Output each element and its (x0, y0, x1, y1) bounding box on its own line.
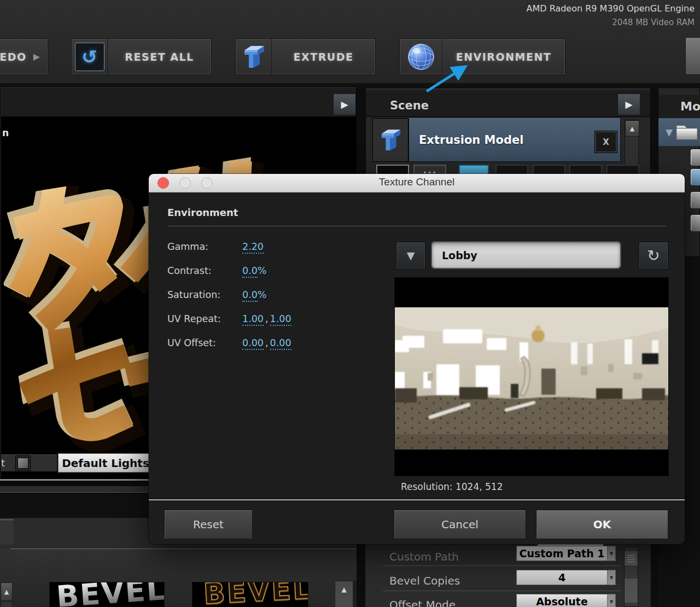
app-window: AMD Radeon R9 M390 OpenGL Engine 2048 MB… (0, 0, 700, 607)
materials-corner-box (0, 520, 14, 545)
lobby-panorama-image (395, 307, 668, 450)
environment-label: ENVIRONMENT (442, 51, 565, 63)
model-list-icon[interactable] (691, 215, 700, 231)
resolution-text: Resolution: 1024, 512 (401, 481, 503, 492)
default-lights-button[interactable]: Default Lights (58, 453, 153, 472)
extrude-t-icon (380, 127, 401, 153)
property-label: Custom Path (389, 550, 459, 563)
properties-scroll-grip[interactable] (625, 551, 638, 565)
vram-status-text: 2048 MB Video RAM (612, 17, 695, 27)
globe-icon (406, 42, 436, 72)
lights-checkbox[interactable] (15, 456, 31, 471)
model-list-icon-selected[interactable] (691, 169, 700, 185)
divider (383, 565, 621, 566)
redo-arrow-icon: ▶ (33, 51, 40, 62)
gamma-field: Gamma: 2.20 (167, 241, 397, 255)
uv-offset-field: UV Offset: 0.00 , 0.00 (167, 337, 397, 352)
triangle-up-icon: ▲ (630, 125, 634, 132)
extrude-t-icon (242, 44, 265, 70)
triangle-down-icon: ▼ (607, 570, 615, 585)
dialog-titlebar[interactable]: Texture Channel (149, 174, 685, 192)
environment-iconcell (400, 39, 442, 74)
properties-scroll-thumb[interactable] (625, 579, 638, 603)
saturation-field: Saturation: 0.0 % (167, 289, 397, 304)
material-thumbnail-gold[interactable]: BEVEL (192, 582, 308, 607)
model-panel-title: Mod (680, 100, 700, 113)
ok-button[interactable]: OK (536, 510, 668, 539)
triangle-down-icon: ▼ (407, 249, 415, 261)
texture-refresh-button[interactable]: ↻ (639, 242, 668, 269)
divider (383, 591, 621, 591)
lights-partial-label: t (1, 457, 5, 469)
uv-repeat-field: UV Repeat: 1.00 , 1.00 (167, 313, 397, 328)
gamma-value[interactable]: 2.20 (242, 241, 264, 254)
materials-list: ▲ BEVEL Glass_Inside BEVEL Gold_Rim ▲ (0, 549, 357, 607)
uv-repeat-y-value[interactable]: 1.00 (270, 313, 291, 326)
extrude-button[interactable]: EXTRUDE (235, 38, 376, 75)
model-tree-root-row[interactable]: ▼ (658, 118, 700, 146)
materials-scroll-up-right[interactable]: ▲ (335, 581, 353, 607)
triangle-down-icon: ▼ (607, 546, 615, 561)
scene-item-icon-cell (372, 118, 409, 162)
chevron-right-icon: ▶ (625, 99, 632, 110)
redo-label: EDO (0, 51, 27, 63)
model-panel-header: Mod (658, 95, 700, 118)
uv-offset-x-value[interactable]: 0.00 (242, 337, 264, 350)
property-label: Offset Mode (389, 598, 456, 607)
property-label: Bevel Copies (389, 574, 460, 587)
contrast-value[interactable]: 0.0 (242, 265, 258, 278)
texture-channel-dialog: Texture Channel Environment Gamma: 2.20 … (149, 174, 685, 544)
chevron-right-icon: ▶ (341, 99, 348, 110)
divider (353, 580, 357, 607)
materials-scrollbar-left[interactable] (1, 601, 13, 607)
scene-panel: Scene ▶ Extrusion Model X ▲ •• (365, 87, 651, 180)
reset-all-button[interactable]: ↺ RESET ALL (71, 38, 212, 75)
dialog-title: Texture Channel (149, 176, 685, 188)
section-title: Environment (167, 207, 238, 218)
offset-mode-dropdown[interactable]: Absolute ▼ (516, 594, 616, 607)
viewport-panel-expand-button[interactable]: ▶ (333, 94, 356, 115)
bevel-copies-dropdown[interactable]: 4 ▼ (516, 570, 616, 585)
saturation-value[interactable]: 0.0 (242, 289, 258, 302)
contrast-field: Contrast: 0.0 % (167, 265, 397, 279)
scene-panel-title: Scene (390, 99, 429, 112)
gpu-status-text: AMD Radeon R9 M390 OpenGL Engine (526, 3, 695, 14)
viewport-partial-text: n (2, 127, 9, 138)
uv-offset-y-value[interactable]: 0.00 (270, 337, 291, 350)
scene-item-delete-button[interactable]: X (594, 131, 617, 153)
uv-repeat-x-value[interactable]: 1.00 (242, 313, 264, 326)
reset-all-iconcell: ↺ (72, 39, 108, 74)
triangle-down-icon: ▼ (666, 127, 673, 138)
triangle-down-icon: ▼ (607, 594, 615, 607)
gold-render-text: BEVEL (203, 582, 308, 607)
environment-preview (395, 278, 668, 476)
folder-icon (676, 123, 698, 142)
texture-dropdown-button[interactable]: ▼ (396, 242, 425, 269)
material-thumbnail-glass[interactable]: BEVEL (49, 582, 165, 607)
custom-path-dropdown[interactable]: Custom Path 1 ▼ (516, 546, 616, 561)
model-list-icon[interactable] (691, 149, 700, 166)
dialog-body: Environment Gamma: 2.20 Contrast: 0.0 % … (149, 192, 685, 544)
toolbar-partial-button[interactable] (685, 37, 700, 75)
glass-render-text: BEVEL (55, 582, 165, 607)
divider (167, 226, 666, 226)
scene-item-extrusion-model[interactable]: Extrusion Model (409, 118, 621, 162)
scene-panel-expand-button[interactable]: ▶ (617, 94, 640, 115)
cancel-button[interactable]: Cancel (394, 510, 526, 539)
environment-button[interactable]: ENVIRONMENT (399, 38, 565, 75)
reset-button[interactable]: Reset (164, 510, 253, 539)
extrude-3d-icon (236, 39, 272, 74)
scene-panel-header: Scene (366, 90, 650, 117)
materials-scroll-up-left[interactable]: ▲ (1, 582, 13, 601)
refresh-icon: ↻ (647, 247, 660, 265)
reset-circular-arrow-icon: ↺ (75, 43, 104, 71)
triangle-up-icon: ▲ (341, 586, 346, 593)
close-x-icon: X (603, 137, 609, 147)
triangle-up-icon: ▲ (4, 588, 9, 596)
extrude-label: EXTRUDE (272, 51, 375, 63)
redo-button[interactable]: EDO ▶ (0, 38, 48, 75)
scene-scroll-up[interactable]: ▲ (625, 120, 639, 137)
model-list-icon[interactable] (691, 192, 700, 208)
divider (149, 499, 685, 500)
texture-name-field[interactable]: Lobby (432, 242, 620, 268)
